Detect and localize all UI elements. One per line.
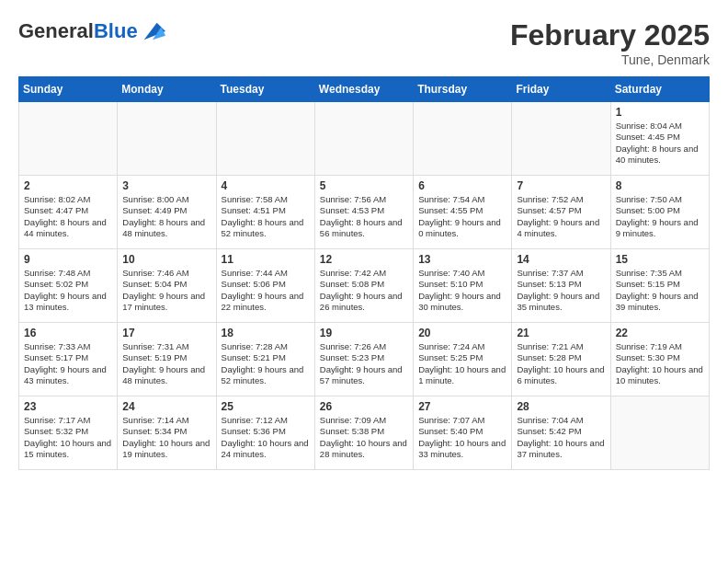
day-number: 18 [222, 327, 310, 339]
day-number: 25 [222, 400, 310, 413]
calendar-cell: 6Sunrise: 7:54 AMSunset: 4:55 PMDaylight… [414, 176, 512, 249]
day-info: Sunrise: 7:28 AMSunset: 5:21 PMDaylight:… [222, 341, 310, 386]
calendar-cell: 8Sunrise: 7:50 AMSunset: 5:00 PMDaylight… [610, 176, 709, 249]
day-number: 20 [418, 327, 506, 339]
calendar-cell: 21Sunrise: 7:21 AMSunset: 5:28 PMDayligh… [512, 323, 610, 396]
calendar-cell: 10Sunrise: 7:46 AMSunset: 5:04 PMDayligh… [118, 249, 216, 323]
calendar-cell: 9Sunrise: 7:48 AMSunset: 5:02 PMDaylight… [19, 249, 118, 323]
day-info: Sunrise: 7:56 AMSunset: 4:53 PMDaylight:… [320, 194, 408, 239]
calendar-cell [19, 102, 118, 176]
day-info: Sunrise: 7:50 AMSunset: 5:00 PMDaylight:… [616, 194, 704, 239]
day-header-friday: Friday [512, 77, 610, 102]
day-header-thursday: Thursday [414, 77, 512, 102]
day-info: Sunrise: 7:54 AMSunset: 4:55 PMDaylight:… [418, 194, 506, 239]
day-number: 7 [517, 179, 605, 192]
calendar-cell [118, 102, 216, 176]
day-info: Sunrise: 7:58 AMSunset: 4:51 PMDaylight:… [222, 194, 310, 239]
day-header-monday: Monday [118, 77, 216, 102]
calendar-cell [314, 102, 413, 176]
title-area: February 2025 Tune, Denmark [510, 18, 710, 67]
day-info: Sunrise: 7:44 AMSunset: 5:06 PMDaylight:… [222, 268, 310, 313]
calendar-cell: 14Sunrise: 7:37 AMSunset: 5:13 PMDayligh… [512, 249, 610, 323]
day-info: Sunrise: 7:35 AMSunset: 5:15 PMDaylight:… [616, 268, 704, 313]
logo-general-text: General [18, 19, 94, 42]
calendar-cell [216, 102, 314, 176]
calendar-cell: 23Sunrise: 7:17 AMSunset: 5:32 PMDayligh… [19, 396, 118, 470]
calendar-body: 1Sunrise: 8:04 AMSunset: 4:45 PMDaylight… [19, 102, 710, 470]
day-info: Sunrise: 7:37 AMSunset: 5:13 PMDaylight:… [517, 268, 605, 313]
day-number: 28 [517, 400, 605, 413]
day-number: 23 [24, 400, 112, 413]
calendar-cell: 3Sunrise: 8:00 AMSunset: 4:49 PMDaylight… [118, 176, 216, 249]
day-number: 12 [320, 253, 408, 266]
day-info: Sunrise: 7:26 AMSunset: 5:23 PMDaylight:… [320, 341, 408, 386]
week-row-3: 9Sunrise: 7:48 AMSunset: 5:02 PMDaylight… [19, 249, 710, 323]
calendar-cell: 15Sunrise: 7:35 AMSunset: 5:15 PMDayligh… [610, 249, 709, 323]
calendar-cell: 17Sunrise: 7:31 AMSunset: 5:19 PMDayligh… [118, 323, 216, 396]
day-info: Sunrise: 7:31 AMSunset: 5:19 PMDaylight:… [122, 341, 210, 386]
calendar-cell: 26Sunrise: 7:09 AMSunset: 5:38 PMDayligh… [314, 396, 413, 470]
week-row-2: 2Sunrise: 8:02 AMSunset: 4:47 PMDaylight… [19, 176, 710, 249]
day-number: 3 [122, 179, 210, 192]
calendar-cell: 27Sunrise: 7:07 AMSunset: 5:40 PMDayligh… [414, 396, 512, 470]
day-number: 1 [616, 106, 704, 119]
day-number: 5 [320, 179, 408, 192]
day-number: 16 [24, 327, 112, 339]
day-info: Sunrise: 7:42 AMSunset: 5:08 PMDaylight:… [320, 268, 408, 313]
day-info: Sunrise: 7:09 AMSunset: 5:38 PMDaylight:… [320, 415, 408, 460]
day-number: 26 [320, 400, 408, 413]
day-info: Sunrise: 7:33 AMSunset: 5:17 PMDaylight:… [24, 341, 112, 386]
day-number: 9 [24, 253, 112, 266]
day-info: Sunrise: 7:19 AMSunset: 5:30 PMDaylight:… [616, 341, 704, 386]
logo-blue-text: Blue [94, 19, 138, 42]
calendar-cell: 1Sunrise: 8:04 AMSunset: 4:45 PMDaylight… [610, 102, 709, 176]
logo-icon [140, 18, 165, 44]
day-header-saturday: Saturday [610, 77, 709, 102]
day-info: Sunrise: 8:02 AMSunset: 4:47 PMDaylight:… [24, 194, 112, 239]
calendar-cell: 16Sunrise: 7:33 AMSunset: 5:17 PMDayligh… [19, 323, 118, 396]
calendar-cell: 5Sunrise: 7:56 AMSunset: 4:53 PMDaylight… [314, 176, 413, 249]
day-number: 10 [122, 253, 210, 266]
day-info: Sunrise: 7:04 AMSunset: 5:42 PMDaylight:… [517, 415, 605, 460]
logo: GeneralBlue [18, 18, 165, 44]
day-header-wednesday: Wednesday [314, 77, 413, 102]
days-of-week-row: SundayMondayTuesdayWednesdayThursdayFrid… [19, 77, 710, 102]
day-number: 17 [122, 327, 210, 339]
calendar-cell: 2Sunrise: 8:02 AMSunset: 4:47 PMDaylight… [19, 176, 118, 249]
week-row-5: 23Sunrise: 7:17 AMSunset: 5:32 PMDayligh… [19, 396, 710, 470]
calendar-cell: 24Sunrise: 7:14 AMSunset: 5:34 PMDayligh… [118, 396, 216, 470]
day-info: Sunrise: 7:14 AMSunset: 5:34 PMDaylight:… [122, 415, 210, 460]
day-number: 11 [222, 253, 310, 266]
day-info: Sunrise: 7:12 AMSunset: 5:36 PMDaylight:… [222, 415, 310, 460]
calendar-cell: 25Sunrise: 7:12 AMSunset: 5:36 PMDayligh… [216, 396, 314, 470]
calendar-cell: 13Sunrise: 7:40 AMSunset: 5:10 PMDayligh… [414, 249, 512, 323]
calendar-cell: 18Sunrise: 7:28 AMSunset: 5:21 PMDayligh… [216, 323, 314, 396]
calendar-table: SundayMondayTuesdayWednesdayThursdayFrid… [18, 76, 710, 470]
week-row-1: 1Sunrise: 8:04 AMSunset: 4:45 PMDaylight… [19, 102, 710, 176]
day-number: 2 [24, 179, 112, 192]
day-number: 15 [616, 253, 704, 266]
week-row-4: 16Sunrise: 7:33 AMSunset: 5:17 PMDayligh… [19, 323, 710, 396]
day-info: Sunrise: 7:52 AMSunset: 4:57 PMDaylight:… [517, 194, 605, 239]
day-number: 8 [616, 179, 704, 192]
calendar-cell: 7Sunrise: 7:52 AMSunset: 4:57 PMDaylight… [512, 176, 610, 249]
day-header-sunday: Sunday [19, 77, 118, 102]
calendar-cell: 4Sunrise: 7:58 AMSunset: 4:51 PMDaylight… [216, 176, 314, 249]
day-info: Sunrise: 7:24 AMSunset: 5:25 PMDaylight:… [418, 341, 506, 386]
day-number: 6 [418, 179, 506, 192]
day-number: 22 [616, 327, 704, 339]
day-number: 13 [418, 253, 506, 266]
day-number: 14 [517, 253, 605, 266]
day-number: 27 [418, 400, 506, 413]
day-info: Sunrise: 8:04 AMSunset: 4:45 PMDaylight:… [616, 121, 704, 166]
calendar-cell: 19Sunrise: 7:26 AMSunset: 5:23 PMDayligh… [314, 323, 413, 396]
page-header: GeneralBlue February 2025 Tune, Denmark [18, 18, 710, 67]
day-info: Sunrise: 7:21 AMSunset: 5:28 PMDaylight:… [517, 341, 605, 386]
calendar-cell: 22Sunrise: 7:19 AMSunset: 5:30 PMDayligh… [610, 323, 709, 396]
day-number: 21 [517, 327, 605, 339]
calendar-cell: 12Sunrise: 7:42 AMSunset: 5:08 PMDayligh… [314, 249, 413, 323]
calendar-cell: 11Sunrise: 7:44 AMSunset: 5:06 PMDayligh… [216, 249, 314, 323]
day-number: 4 [222, 179, 310, 192]
day-info: Sunrise: 7:48 AMSunset: 5:02 PMDaylight:… [24, 268, 112, 313]
location: Tune, Denmark [510, 52, 710, 67]
